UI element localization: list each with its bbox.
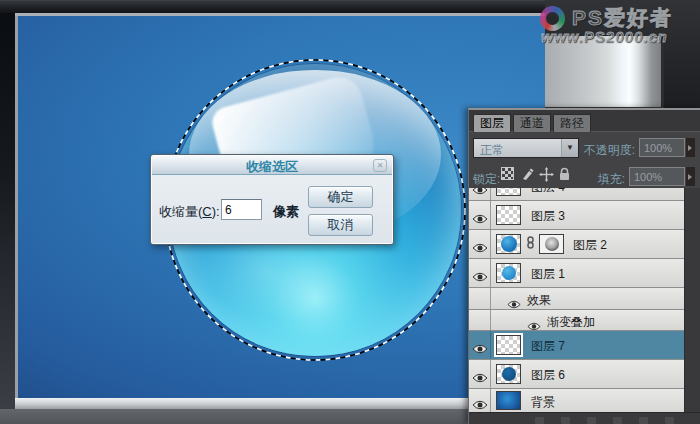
thumb-content <box>502 367 516 381</box>
layer-mask-thumbnail[interactable] <box>539 234 564 254</box>
layer-list-gutter <box>684 188 700 412</box>
layer-thumbnail[interactable] <box>496 263 521 283</box>
opacity-value-box[interactable]: 100% <box>639 138 685 157</box>
tab-layers[interactable]: 图层 <box>473 114 511 132</box>
layer-name[interactable]: 图层 2 <box>573 237 607 254</box>
layer-name[interactable]: 图层 1 <box>531 266 565 283</box>
layer-row-3[interactable]: 图层 3 <box>469 201 685 230</box>
tab-paths[interactable]: 路径 <box>553 114 591 132</box>
contract-by-label: 收缩量(C): <box>159 203 220 221</box>
partial-window <box>545 36 664 107</box>
footer-button[interactable] <box>665 417 674 424</box>
eye-icon[interactable] <box>472 188 488 191</box>
layers-panel: 图层 通道 路径 正常 ▼ 不透明度: 100% 锁定: <box>468 108 700 424</box>
lock-transparency-icon[interactable] <box>501 167 514 180</box>
mask-content <box>545 237 559 251</box>
background-layer-row[interactable]: 背景 <box>469 389 685 412</box>
dialog-title: 收缩选区 <box>152 158 392 176</box>
ok-button[interactable]: 确定 <box>308 186 373 208</box>
layer-name[interactable]: 图层 6 <box>531 367 565 384</box>
eye-icon[interactable] <box>472 340 488 350</box>
layer-thumbnail[interactable] <box>496 335 521 355</box>
panel-tab-bar: 图层 通道 路径 <box>469 110 700 132</box>
chain-link-icon[interactable] <box>526 235 535 253</box>
thumb-content <box>502 266 516 280</box>
footer-button[interactable] <box>587 417 596 424</box>
eye-icon[interactable] <box>472 210 488 220</box>
chevron-down-icon: ▼ <box>561 139 578 157</box>
pixels-unit-label: 像素 <box>273 203 299 221</box>
layer-name[interactable]: 图层 7 <box>531 338 565 355</box>
contract-selection-dialog: 收缩选区 ✕ 收缩量(C): 像素 确定 取消 <box>150 154 394 245</box>
fill-label: 填充: <box>591 171 625 188</box>
blend-mode-value: 正常 <box>480 142 504 159</box>
opacity-spinner-icon[interactable] <box>686 138 695 157</box>
lock-pixels-brush-icon[interactable] <box>520 167 535 182</box>
label-accelerator: C <box>202 204 211 219</box>
effects-row[interactable]: 效果 <box>469 288 685 310</box>
layer-list: 图层 4 图层 3 图层 2 <box>469 188 685 412</box>
layer-name[interactable]: 图层 4 <box>531 188 565 196</box>
dialog-title-bar[interactable]: 收缩选区 ✕ <box>152 156 392 175</box>
footer-button[interactable] <box>561 417 570 424</box>
canvas-frame-left <box>15 13 18 409</box>
cancel-button[interactable]: 取消 <box>308 214 373 236</box>
effects-label[interactable]: 效果 <box>527 292 551 309</box>
contract-amount-input[interactable] <box>221 199 262 220</box>
footer-button[interactable] <box>613 417 622 424</box>
eye-icon[interactable] <box>472 396 488 406</box>
layer-row-7-selected[interactable]: 图层 7 <box>469 331 685 360</box>
lock-position-move-icon[interactable] <box>539 167 554 182</box>
tab-channels[interactable]: 通道 <box>513 114 551 132</box>
layer-row-6[interactable]: 图层 6 <box>469 360 685 389</box>
fill-value-box[interactable]: 100% <box>629 167 685 186</box>
layer-row-4[interactable]: 图层 4 <box>469 188 685 201</box>
layer-thumbnail[interactable] <box>496 364 521 384</box>
layer-row-1[interactable]: 图层 1 <box>469 259 685 288</box>
opacity-label: 不透明度: <box>581 142 635 159</box>
layer-thumbnail[interactable] <box>496 205 521 225</box>
lock-label: 锁定: <box>473 171 500 188</box>
close-icon[interactable]: ✕ <box>373 159 387 172</box>
label-pre: 收缩量( <box>159 204 202 219</box>
layer-thumbnail[interactable] <box>496 234 521 254</box>
fill-spinner-icon[interactable] <box>686 167 695 186</box>
eye-icon[interactable] <box>472 369 488 379</box>
photoshop-window: PS爱好者 www.PS2000.cn 收缩选区 ✕ 收缩量(C): 像素 确定… <box>0 0 700 424</box>
gradient-overlay-row[interactable]: 渐变叠加 <box>469 310 685 331</box>
watermark-url: www.PS2000.cn <box>541 28 668 45</box>
footer-button[interactable] <box>535 417 544 424</box>
eye-icon[interactable] <box>527 317 541 326</box>
lock-all-icon[interactable] <box>558 167 573 182</box>
gradient-overlay-label[interactable]: 渐变叠加 <box>547 314 595 331</box>
layer-name[interactable]: 图层 3 <box>531 208 565 225</box>
lock-icon-group <box>501 167 581 183</box>
layer-thumbnail[interactable] <box>496 391 521 410</box>
panel-footer <box>469 412 700 424</box>
layer-name[interactable]: 背景 <box>531 394 555 411</box>
eye-icon[interactable] <box>472 268 488 278</box>
blend-mode-dropdown[interactable]: 正常 ▼ <box>473 138 579 158</box>
label-post: ): <box>212 204 220 219</box>
layer-row-2[interactable]: 图层 2 <box>469 230 685 259</box>
eye-icon[interactable] <box>507 295 521 304</box>
app-left-background <box>0 13 15 409</box>
eye-icon[interactable] <box>472 239 488 249</box>
layer-thumbnail[interactable] <box>496 188 521 196</box>
thumb-content <box>501 236 517 252</box>
footer-button[interactable] <box>639 417 648 424</box>
thumb-content <box>497 188 520 195</box>
